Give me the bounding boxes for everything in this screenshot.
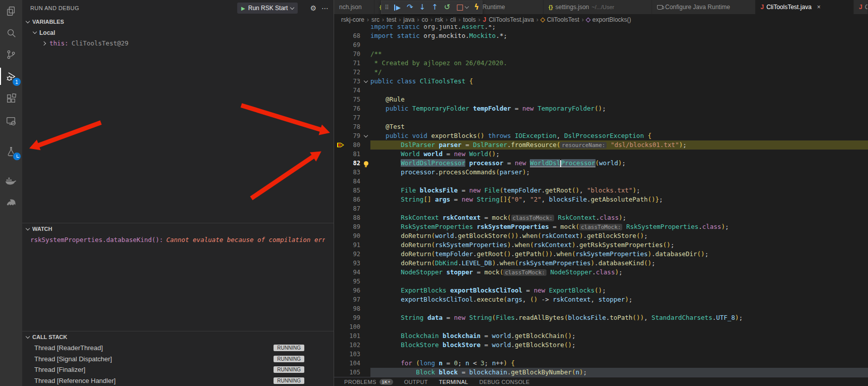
glyph-margin[interactable] [334, 222, 347, 231]
glyph-margin[interactable] [334, 25, 347, 31]
glyph-margin[interactable] [334, 50, 347, 59]
call-stack-thread-row[interactable]: Thread [Signal Dispatcher]RUNNING [22, 354, 334, 365]
explorer-icon[interactable] [0, 0, 22, 22]
code-line[interactable]: 77 [334, 113, 868, 122]
tab-nch-json[interactable]: nch.json [334, 0, 374, 14]
code-line[interactable]: 79 public void exportBlocks() throws IOE… [334, 131, 868, 140]
stop-chevron-icon[interactable] [464, 5, 468, 9]
breadcrumb-item[interactable]: java [403, 16, 414, 23]
code-line[interactable]: 100 [334, 322, 868, 331]
fold-margin[interactable] [361, 359, 370, 368]
tab-cli[interactable]: JCli [854, 0, 868, 14]
glyph-margin[interactable] [334, 295, 347, 304]
close-icon[interactable]: × [817, 4, 821, 11]
glyph-margin[interactable] [334, 59, 347, 68]
glyph-margin[interactable] [334, 240, 347, 250]
fold-margin[interactable] [361, 341, 370, 350]
fold-margin[interactable] [361, 304, 370, 313]
run-and-debug-icon[interactable]: 1 [0, 65, 22, 87]
glyph-margin[interactable] [334, 286, 347, 295]
search-icon[interactable] [0, 22, 22, 44]
panel-tab-debug-console[interactable]: DEBUG CONSOLE [479, 379, 530, 386]
fold-margin[interactable] [361, 168, 370, 177]
fold-margin[interactable] [361, 313, 370, 322]
fold-chevron-icon[interactable] [364, 133, 368, 137]
glyph-margin[interactable] [334, 177, 347, 186]
step-into-button[interactable]: ↓ [419, 4, 426, 11]
code-line[interactable]: 86 String[] args = new String[]{"0", "2"… [334, 195, 868, 204]
fold-margin[interactable] [361, 331, 370, 341]
glyph-margin[interactable] [334, 40, 347, 50]
restart-button[interactable]: ↺ [444, 4, 451, 11]
code-line[interactable]: 94 NodeStopper stopper = mock(classToMoc… [334, 268, 868, 277]
fold-margin[interactable] [361, 50, 370, 59]
breadcrumb-item[interactable]: src [371, 16, 379, 23]
fold-margin[interactable] [361, 59, 370, 68]
glyph-margin[interactable] [334, 140, 347, 150]
glyph-margin[interactable] [334, 304, 347, 313]
glyph-margin[interactable] [334, 250, 347, 259]
code-line[interactable]: 73public class CliToolsTest { [334, 77, 868, 86]
code-line[interactable]: 80 DslParser parser = DslParser.fromReso… [334, 140, 868, 150]
fold-margin[interactable] [361, 204, 370, 213]
glyph-margin[interactable] [334, 359, 347, 368]
glyph-margin[interactable] [334, 113, 347, 122]
code-line[interactable]: 92 doReturn(tempFolder.getRoot().getPath… [334, 250, 868, 259]
breadcrumb-item[interactable]: test [387, 16, 396, 23]
fold-margin[interactable] [361, 231, 370, 240]
glyph-margin[interactable] [334, 268, 347, 277]
stop-button[interactable]: □ [456, 4, 463, 11]
variables-header[interactable]: VARIABLES [22, 16, 334, 27]
remote-explorer-icon[interactable] [0, 110, 22, 132]
glyph-margin[interactable] [334, 213, 347, 222]
fold-margin[interactable] [361, 213, 370, 222]
glyph-margin[interactable] [334, 122, 347, 131]
fold-margin[interactable] [361, 68, 370, 77]
fold-margin[interactable] [361, 268, 370, 277]
panel-tab-problems[interactable]: PROBLEMS1K+ [344, 379, 393, 386]
step-over-button[interactable]: ↷ [407, 4, 413, 11]
fold-margin[interactable] [361, 240, 370, 250]
code-line[interactable]: 96 ExportBlocks exportBlocksCliTool = ne… [334, 286, 868, 295]
breadcrumb-item[interactable]: tools [463, 16, 475, 23]
breadcrumb-item[interactable]: rsk [435, 16, 443, 23]
code-line[interactable]: 71 * Created by ajlopez on 26/04/2020. [334, 59, 868, 68]
call-stack-thread-row[interactable]: Thread [ReaderThread]RUNNING [22, 343, 334, 354]
fold-margin[interactable] [361, 368, 370, 377]
fold-margin[interactable] [361, 40, 370, 50]
code-line[interactable]: 69 [334, 40, 868, 50]
toolbar-drag-handle[interactable]: ⠿ [385, 5, 388, 11]
glyph-margin[interactable] [334, 331, 347, 341]
code-editor[interactable]: import static org.junit.Assert.*;68impor… [334, 25, 868, 377]
hot-code-replace-icon[interactable]: ϟ [474, 4, 479, 11]
fold-margin[interactable] [361, 25, 370, 31]
code-line[interactable]: 103 [334, 350, 868, 359]
code-line[interactable]: 78 @Test [334, 122, 868, 131]
step-out-button[interactable]: ↑ [431, 4, 438, 11]
glyph-margin[interactable] [334, 86, 347, 95]
variable-this-row[interactable]: this: CliToolsTest@29 [22, 38, 334, 49]
code-line[interactable]: 68import static org.mockito.Mockito.*; [334, 31, 868, 40]
code-line[interactable]: 93 doReturn(DbKind.LEVEL_DB).when(rskSys… [334, 259, 868, 268]
fold-margin[interactable] [361, 86, 370, 95]
glyph-margin[interactable] [334, 68, 347, 77]
breadcrumb-item[interactable]: exportBlocks() [592, 16, 631, 23]
glyph-margin[interactable] [334, 186, 347, 195]
code-line[interactable]: 97 exportBlocksCliTool.execute(args, () … [334, 295, 868, 304]
fold-chevron-icon[interactable] [364, 78, 368, 82]
fold-margin[interactable] [361, 77, 370, 86]
glyph-margin[interactable] [334, 368, 347, 377]
call-stack-header[interactable]: CALL STACK [22, 331, 334, 343]
glyph-margin[interactable] [334, 231, 347, 240]
fold-margin[interactable] [361, 195, 370, 204]
extensions-icon[interactable] [0, 87, 22, 110]
fold-margin[interactable] [361, 140, 370, 150]
fold-margin[interactable] [361, 186, 370, 195]
call-stack-thread-row[interactable]: Thread [Finalizer]RUNNING [22, 364, 334, 375]
fold-margin[interactable] [361, 159, 370, 168]
code-line[interactable]: 72 */ [334, 68, 868, 77]
glyph-margin[interactable] [334, 95, 347, 104]
start-debug-icon[interactable]: ▶ [241, 6, 245, 11]
glyph-margin[interactable] [334, 104, 347, 113]
glyph-margin[interactable] [334, 195, 347, 204]
